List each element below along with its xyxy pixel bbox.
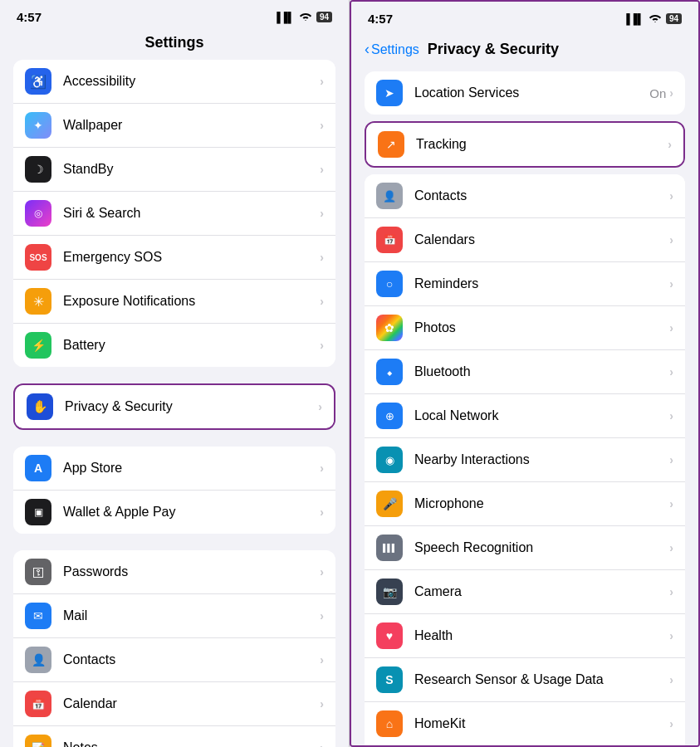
- settings-row-localnetwork[interactable]: ⊕ Local Network ›: [365, 394, 685, 438]
- left-title: Settings: [0, 29, 349, 60]
- settings-row-contacts-left[interactable]: 👤 Contacts ›: [13, 638, 335, 682]
- right-status-time: 4:57: [368, 12, 393, 26]
- right-nav-title: Privacy & Security: [428, 41, 559, 58]
- siri-label: Siri & Search: [63, 206, 320, 221]
- reminders-right-chevron: ›: [669, 277, 673, 290]
- location-label: Location Services: [414, 85, 649, 100]
- homekit-icon: ⌂: [376, 710, 403, 737]
- contacts-left-chevron: ›: [320, 653, 324, 666]
- left-section-1: ♿ Accessibility › ✦ Wallpaper › ☽ StandB…: [13, 60, 335, 367]
- left-battery: 94: [316, 12, 332, 22]
- nearby-icon: ◉: [376, 447, 403, 473]
- health-icon: ♥: [376, 622, 403, 649]
- settings-row-camera[interactable]: 📷 Camera ›: [365, 570, 685, 614]
- standby-chevron: ›: [320, 163, 324, 176]
- left-section-3: ⚿ Passwords › ✉ Mail › 👤 Contacts ›: [13, 550, 335, 747]
- speech-icon: ▌▌▌: [376, 535, 403, 561]
- settings-row-wallpaper[interactable]: ✦ Wallpaper ›: [13, 104, 335, 148]
- localnetwork-label: Local Network: [414, 408, 669, 423]
- calendars-icon: 📅: [376, 227, 403, 253]
- contacts-right-label: Contacts: [414, 188, 669, 203]
- tracking-chevron: ›: [668, 138, 672, 151]
- speech-chevron: ›: [669, 541, 673, 554]
- photos-chevron: ›: [669, 321, 673, 334]
- settings-row-reminders-right[interactable]: ○ Reminders ›: [365, 262, 685, 306]
- notes-icon: 📝: [25, 735, 51, 747]
- tracking-label: Tracking: [416, 137, 668, 152]
- wallet-icon: ▣: [25, 499, 51, 525]
- contacts-right-chevron: ›: [669, 189, 673, 203]
- research-icon: S: [376, 666, 403, 693]
- camera-label: Camera: [414, 584, 669, 599]
- reminders-right-label: Reminders: [414, 276, 669, 291]
- settings-row-exposure[interactable]: ✳ Exposure Notifications ›: [13, 280, 335, 324]
- settings-row-health[interactable]: ♥ Health ›: [365, 614, 685, 658]
- right-privacy-section: 👤 Contacts › 📅 Calendars › ○ Reminders ›: [365, 174, 685, 745]
- calendars-chevron: ›: [669, 233, 673, 247]
- health-chevron: ›: [669, 629, 673, 642]
- settings-row-siri[interactable]: ◎ Siri & Search ›: [13, 192, 335, 236]
- settings-row-nearby[interactable]: ◉ Nearby Interactions ›: [365, 438, 685, 482]
- wifi-icon: [299, 11, 312, 23]
- settings-row-privacy[interactable]: ✋ Privacy & Security ›: [15, 385, 334, 428]
- signal-icon: ▐▐▌: [273, 12, 295, 23]
- passwords-label: Passwords: [63, 564, 320, 579]
- microphone-label: Microphone: [414, 496, 669, 511]
- photos-icon: ✿: [376, 315, 403, 341]
- research-chevron: ›: [669, 673, 673, 686]
- homekit-label: HomeKit: [414, 716, 669, 731]
- settings-row-bluetooth[interactable]: ⬥ Bluetooth ›: [365, 350, 685, 394]
- right-status-bar: 4:57 ▐▐▌ 94: [351, 2, 698, 31]
- location-chevron: ›: [669, 86, 673, 100]
- photos-label: Photos: [414, 320, 669, 335]
- notes-chevron: ›: [320, 741, 324, 747]
- tracking-icon: ↗: [378, 131, 404, 158]
- wallpaper-icon: ✦: [25, 112, 51, 139]
- homekit-chevron: ›: [669, 717, 673, 730]
- settings-row-emergency[interactable]: SOS Emergency SOS ›: [13, 236, 335, 280]
- camera-icon: 📷: [376, 579, 403, 605]
- settings-row-microphone[interactable]: 🎤 Microphone ›: [365, 482, 685, 526]
- settings-row-calendar[interactable]: 📅 Calendar ›: [13, 682, 335, 726]
- mail-icon: ✉: [25, 603, 51, 629]
- settings-row-tracking[interactable]: ↗ Tracking ›: [366, 123, 683, 166]
- settings-row-homekit[interactable]: ⌂ HomeKit ›: [365, 702, 685, 745]
- accessibility-icon: ♿: [25, 68, 51, 95]
- settings-row-notes[interactable]: 📝 Notes ›: [13, 726, 335, 747]
- mail-chevron: ›: [320, 609, 324, 622]
- settings-row-wallet[interactable]: ▣ Wallet & Apple Pay ›: [13, 491, 335, 534]
- mail-label: Mail: [63, 608, 320, 623]
- settings-row-location[interactable]: ➤ Location Services On ›: [365, 71, 685, 115]
- settings-row-contacts-right[interactable]: 👤 Contacts ›: [365, 174, 685, 218]
- left-status-time: 4:57: [17, 10, 42, 24]
- back-button[interactable]: ‹ Settings: [365, 41, 419, 58]
- contacts-left-icon: 👤: [25, 647, 51, 673]
- emergency-label: Emergency SOS: [63, 250, 320, 265]
- settings-row-mail[interactable]: ✉ Mail ›: [13, 594, 335, 638]
- calendar-chevron: ›: [320, 697, 324, 710]
- privacy-label: Privacy & Security: [65, 399, 318, 414]
- settings-row-battery[interactable]: ⚡ Battery ›: [13, 324, 335, 367]
- localnetwork-icon: ⊕: [376, 403, 403, 429]
- settings-row-photos[interactable]: ✿ Photos ›: [365, 306, 685, 350]
- emergency-chevron: ›: [320, 251, 324, 264]
- contacts-left-label: Contacts: [63, 652, 320, 667]
- settings-row-appstore[interactable]: A App Store ›: [13, 447, 335, 491]
- settings-row-standby[interactable]: ☽ StandBy ›: [13, 148, 335, 192]
- right-battery: 94: [666, 13, 682, 24]
- settings-row-calendars[interactable]: 📅 Calendars ›: [365, 218, 685, 262]
- location-value: On: [649, 86, 666, 100]
- standby-label: StandBy: [63, 162, 320, 177]
- settings-row-accessibility[interactable]: ♿ Accessibility ›: [13, 60, 335, 104]
- wallpaper-chevron: ›: [320, 119, 324, 132]
- exposure-icon: ✳: [25, 288, 51, 315]
- microphone-chevron: ›: [669, 497, 673, 510]
- settings-row-research[interactable]: S Research Sensor & Usage Data ›: [365, 658, 685, 702]
- privacy-icon: ✋: [27, 393, 53, 420]
- right-signal-icon: ▐▐▌: [623, 13, 644, 25]
- settings-row-passwords[interactable]: ⚿ Passwords ›: [13, 550, 335, 594]
- battery-label: Battery: [63, 338, 320, 353]
- settings-row-speech[interactable]: ▌▌▌ Speech Recognition ›: [365, 526, 685, 570]
- location-row: ➤ Location Services On ›: [365, 71, 685, 115]
- privacy-highlighted-container: ✋ Privacy & Security ›: [13, 383, 335, 430]
